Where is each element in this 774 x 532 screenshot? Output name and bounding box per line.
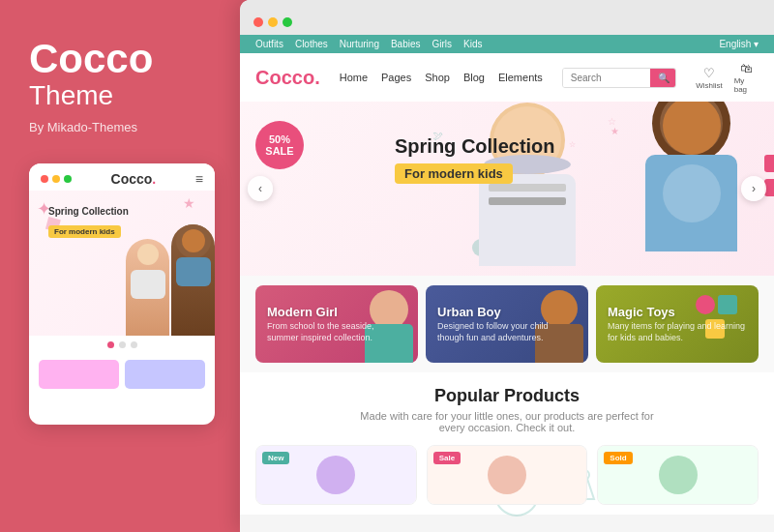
mobile-mini-categories	[39, 360, 205, 389]
modern-girl-title: Modern Girl	[267, 305, 406, 319]
child1-stripe2	[489, 197, 566, 205]
product-2-thumb	[488, 456, 526, 494]
site-logo: Cocco.	[255, 67, 320, 89]
top-nav-language[interactable]: English ▾	[719, 39, 759, 49]
mobile-nav-dot-3[interactable]	[131, 341, 137, 348]
browser-chrome	[240, 0, 774, 35]
popular-title: Popular Products	[255, 386, 759, 406]
popular-desc: Made with care for your little ones, our…	[352, 410, 662, 433]
site-categories: Modern Girl From school to the seaside, …	[240, 276, 774, 372]
product-card-2[interactable]: Sale	[427, 445, 588, 505]
hero-children	[445, 102, 774, 276]
product-3-thumb	[659, 456, 698, 494]
browser-mockup: Outfits Clothes Nurturing Babies Girls K…	[240, 0, 774, 532]
badge-new: New	[262, 452, 289, 464]
bag-button[interactable]: 🛍 My bag	[734, 61, 759, 94]
mobile-hero: ✦ ◆ ★ ★ Spring Collection For modern kid…	[29, 191, 215, 336]
mobile-child-1-head	[137, 244, 159, 265]
magic-toys-overlay: Magic Toys Many items for playing and le…	[596, 285, 759, 363]
mobile-below-hero	[29, 354, 215, 395]
category-urban-boy[interactable]: Urban Boy Designed to follow your child …	[426, 285, 588, 363]
search-input[interactable]	[563, 69, 650, 87]
top-nav-clothes[interactable]: Clothes	[295, 39, 328, 49]
top-nav-nurturing[interactable]: Nurturing	[340, 39, 379, 49]
modern-girl-desc: From school to the seaside, summer inspi…	[267, 321, 406, 343]
child2-body	[645, 155, 737, 251]
mobile-dot-red	[41, 175, 48, 183]
mobile-dot-green	[64, 175, 72, 183]
hero-prev-button[interactable]: ‹	[248, 176, 273, 201]
hero-content: Spring Collection For modern kids	[395, 135, 555, 184]
popular-products-list: New Sale Sold	[255, 445, 759, 505]
mobile-dot-yellow	[52, 175, 60, 183]
site-nav-links: Home Pages Shop Blog Elements	[340, 72, 543, 83]
top-nav-girls[interactable]: Girls	[432, 39, 453, 49]
mobile-child-1	[126, 239, 169, 336]
left-panel: Cocco Theme By Mikado-Themes Cocco. ≡ ✦ …	[0, 0, 240, 532]
nav-home[interactable]: Home	[340, 72, 368, 83]
modern-girl-overlay: Modern Girl From school to the seaside, …	[255, 285, 418, 363]
brand-name: Cocco Theme By Mikado-Themes	[29, 39, 211, 134]
nav-elements[interactable]: Elements	[498, 72, 543, 83]
bag-label: My bag	[734, 76, 759, 94]
site-main-nav: Cocco. Home Pages Shop Blog Elements 🔍 ♡…	[240, 53, 774, 102]
mobile-hero-sub: For modern kids	[48, 225, 121, 238]
sale-percent: 50%	[269, 133, 290, 145]
urban-boy-overlay: Urban Boy Designed to follow your child …	[426, 285, 588, 363]
hero-sale-badge: 50% SALE	[255, 121, 304, 169]
category-modern-girl[interactable]: Modern Girl From school to the seaside, …	[255, 285, 418, 363]
mobile-hero-text: Spring Collection For modern kids	[39, 198, 205, 246]
chrome-dot-red	[253, 17, 263, 27]
top-nav-kids[interactable]: Kids	[463, 39, 482, 49]
mobile-child-2-body	[176, 257, 211, 286]
chrome-dot-green	[283, 17, 292, 27]
scroll-indicator-1	[764, 155, 774, 172]
mobile-nav-dots	[29, 336, 215, 354]
site-logo-dot: .	[314, 67, 320, 88]
hero-next-button[interactable]: ›	[741, 176, 766, 201]
mobile-nav-dot-2[interactable]	[119, 341, 126, 348]
hero-title: Spring Collection	[395, 135, 555, 158]
nav-blog[interactable]: Blog	[463, 72, 485, 83]
wishlist-label: Wishlist	[696, 81, 723, 90]
mobile-hero-label: Spring Collection	[48, 206, 195, 217]
search-button[interactable]: 🔍	[650, 69, 676, 87]
mobile-child-1-body	[131, 270, 165, 299]
nav-pages[interactable]: Pages	[381, 72, 411, 83]
site-search: 🔍	[562, 68, 676, 88]
chrome-dot-yellow	[268, 17, 278, 27]
urban-boy-desc: Designed to follow your child though fun…	[437, 321, 577, 343]
mobile-nav-dot-1[interactable]	[107, 341, 114, 348]
mobile-logo: Cocco.	[111, 171, 157, 187]
child1-stripe1	[489, 184, 566, 192]
mobile-top-bar: Cocco. ≡	[29, 163, 215, 191]
mobile-cat-2	[125, 360, 205, 389]
top-nav-babies[interactable]: Babies	[391, 39, 421, 49]
hero-child-1	[445, 102, 610, 276]
hero-subtitle: For modern kids	[395, 163, 513, 184]
nav-shop[interactable]: Shop	[425, 72, 450, 83]
site-hero: ✦ ★ ✦ 🕊 ☆ ☆ 50% SALE ‹ › Spring Collecti…	[240, 102, 774, 276]
mobile-logo-dot: .	[152, 171, 156, 187]
chrome-window-dots	[253, 17, 292, 27]
popular-products-section: Popular Products Made with care for your…	[240, 372, 774, 515]
product-card-3[interactable]: Sold	[597, 445, 759, 505]
mobile-menu-icon[interactable]: ≡	[195, 171, 203, 187]
bag-icon: 🛍	[740, 61, 753, 75]
category-magic-toys[interactable]: Magic Toys Many items for playing and le…	[596, 285, 759, 363]
site-nav-actions: ♡ Wishlist 🛍 My bag	[696, 61, 759, 94]
heart-icon: ♡	[703, 66, 715, 80]
mobile-mockup: Cocco. ≡ ✦ ◆ ★ ★ Spring Collection For m…	[29, 163, 215, 425]
site-top-nav-links: Outfits Clothes Nurturing Babies Girls K…	[255, 39, 483, 49]
child2-jacket-detail	[663, 164, 721, 222]
mobile-window-dots	[41, 175, 72, 183]
top-nav-outfits[interactable]: Outfits	[255, 39, 283, 49]
wishlist-button[interactable]: ♡ Wishlist	[696, 66, 723, 90]
magic-toys-desc: Many items for playing and learning for …	[608, 321, 747, 343]
product-card-1[interactable]: New	[255, 445, 417, 505]
sale-text: SALE	[265, 145, 293, 157]
urban-boy-title: Urban Boy	[437, 305, 577, 319]
badge-sold: Sold	[604, 452, 632, 464]
mobile-cat-1	[39, 360, 119, 389]
badge-sale: Sale	[433, 452, 461, 464]
